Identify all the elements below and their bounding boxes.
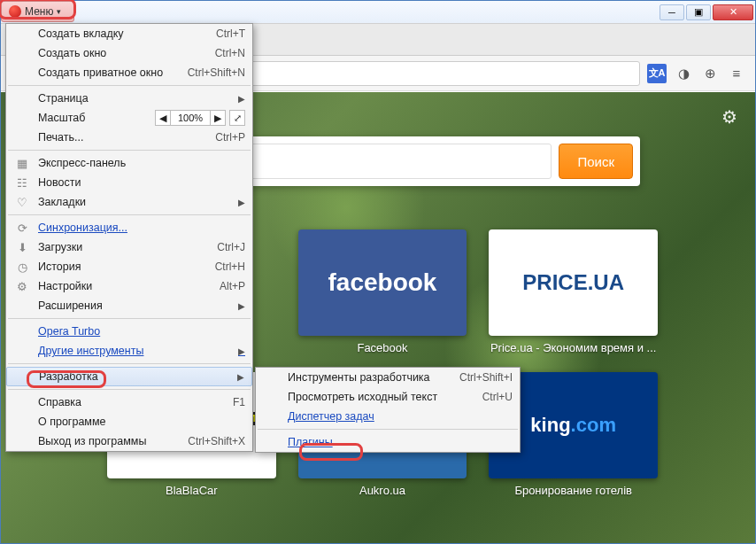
settings-gear-icon[interactable]: ⚙	[721, 106, 737, 128]
developer-submenu: Инструменты разработчикаCtrl+Shift+I Про…	[255, 367, 521, 453]
tile-price[interactable]: PRICE.UA	[489, 229, 658, 336]
zoom-out-button[interactable]: ◀	[155, 110, 171, 126]
separator	[8, 214, 251, 215]
separator	[8, 150, 251, 151]
menu-speeddial[interactable]: ▦Экспресс-панель	[6, 153, 252, 173]
zoom-expand-button[interactable]: ⤢	[229, 110, 245, 126]
chevron-right-icon: ▶	[238, 346, 245, 356]
menu-print[interactable]: Печать...Ctrl+P	[6, 128, 252, 147]
adblock-icon[interactable]: ◑	[674, 64, 693, 83]
heart-icon: ♡	[15, 195, 29, 209]
menu-page[interactable]: Страница▶	[6, 89, 252, 108]
brand-suffix: .com	[571, 414, 616, 437]
menu-extensions[interactable]: Расширения▶	[6, 296, 252, 315]
menu-new-window[interactable]: Создать окноCtrl+N	[6, 43, 252, 63]
tile-facebook[interactable]: facebook	[298, 229, 467, 336]
menu-help[interactable]: СправкаF1	[6, 392, 252, 412]
main-menu-dropdown: Создать вкладкуCtrl+T Создать окноCtrl+N…	[5, 23, 253, 452]
download-icon: ⬇	[15, 240, 29, 254]
menu-exit[interactable]: Выход из программыCtrl+Shift+X	[6, 431, 252, 451]
dial-label: Price.ua - Экономим время и ...	[490, 341, 656, 354]
separator	[8, 389, 251, 390]
chevron-right-icon: ▶	[238, 301, 245, 311]
gear-icon: ⚙	[15, 279, 29, 293]
news-icon: ☷	[15, 175, 29, 190]
submenu-taskmgr[interactable]: Диспетчер задач	[256, 407, 520, 426]
menu-new-private[interactable]: Создать приватное окноCtrl+Shift+N	[6, 63, 252, 82]
opera-menu-button[interactable]: Меню ▾	[1, 1, 74, 22]
maximize-button[interactable]: ▣	[686, 4, 711, 20]
menu-sync[interactable]: ⟳Синхронизация...	[6, 218, 252, 237]
menu-developer[interactable]: Разработка▶	[6, 367, 252, 386]
history-icon: ◷	[15, 260, 29, 274]
menu-lines-icon[interactable]: ≡	[727, 64, 746, 83]
menu-zoom[interactable]: Масштаб ◀ 100% ▶ ⤢	[6, 108, 252, 128]
separator	[258, 429, 518, 430]
downloads-icon[interactable]: ⊕	[700, 64, 720, 83]
grid-icon: ▦	[15, 156, 29, 170]
separator	[8, 363, 251, 364]
submenu-devtools[interactable]: Инструменты разработчикаCtrl+Shift+I	[256, 368, 520, 387]
menu-other-tools[interactable]: Другие инструменты▶	[6, 341, 252, 361]
separator	[8, 85, 251, 86]
opera-icon	[9, 5, 21, 18]
menu-settings[interactable]: ⚙НастройкиAlt+P	[6, 276, 252, 296]
chevron-right-icon: ▶	[238, 94, 245, 104]
menu-about[interactable]: О программе	[6, 412, 252, 431]
search-button[interactable]: Поиск	[559, 144, 633, 179]
menu-bookmarks[interactable]: ♡Закладки▶	[6, 192, 252, 212]
menu-news[interactable]: ☷Новости	[6, 173, 252, 192]
menu-downloads[interactable]: ⬇ЗагрузкиCtrl+J	[6, 237, 252, 257]
chevron-right-icon: ▶	[238, 198, 245, 207]
menu-button-label: Меню	[25, 5, 53, 18]
minimize-button[interactable]: ─	[660, 4, 684, 20]
dial-facebook[interactable]: facebook Facebook	[298, 229, 467, 354]
menu-turbo[interactable]: Opera Turbo	[6, 322, 252, 341]
sync-icon: ⟳	[15, 221, 29, 235]
zoom-control: ◀ 100% ▶ ⤢	[155, 110, 245, 126]
dial-label: Бронирование готелів	[514, 484, 632, 497]
separator	[8, 318, 251, 319]
translate-icon[interactable]: 文A	[647, 64, 667, 83]
chevron-down-icon: ▾	[57, 7, 61, 16]
titlebar: ─ ▣ ✕	[1, 1, 755, 24]
menu-new-tab[interactable]: Создать вкладкуCtrl+T	[6, 24, 252, 43]
submenu-plugins[interactable]: Плагины	[256, 432, 520, 452]
dial-label: Facebook	[357, 341, 407, 354]
dial-label: Aukro.ua	[359, 484, 405, 497]
close-button[interactable]: ✕	[713, 4, 753, 20]
menu-history[interactable]: ◷ИсторияCtrl+H	[6, 257, 252, 276]
dial-label: BlaBlaCar	[166, 484, 218, 497]
zoom-in-button[interactable]: ▶	[210, 110, 226, 126]
dial-price[interactable]: PRICE.UA Price.ua - Экономим время и ...	[489, 229, 658, 354]
zoom-value: 100%	[171, 110, 210, 126]
submenu-source[interactable]: Просмотреть исходный текстCtrl+U	[256, 387, 520, 407]
brand-text: king	[530, 414, 570, 437]
chevron-right-icon: ▶	[237, 372, 244, 382]
